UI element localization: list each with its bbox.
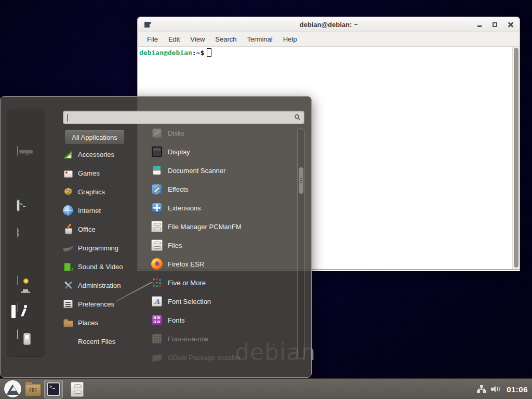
four-in-a-row-icon: [151, 333, 163, 344]
app-label: File Manager PCManFM: [168, 223, 242, 231]
category-programming[interactable]: Programming: [63, 238, 141, 257]
volume-icon[interactable]: [491, 385, 501, 393]
shutdown-button[interactable]: [17, 330, 35, 348]
terminal-titlebar[interactable]: debian@debian: ~: [137, 17, 520, 32]
category-games[interactable]: Games: [63, 164, 141, 182]
software-icon: [17, 146, 18, 156]
favorite-terminal[interactable]: [17, 201, 35, 219]
prompt-user-host: debian@debian: [139, 49, 192, 57]
favorite-firefox[interactable]: [17, 119, 35, 137]
app-label: Fonts: [168, 316, 185, 324]
clock[interactable]: 01:06: [507, 385, 528, 394]
app-label: Files: [168, 242, 182, 249]
network-icon[interactable]: [477, 385, 486, 394]
shutdown-icon: [17, 329, 18, 339]
category-label: Internet: [78, 207, 101, 215]
menu-search[interactable]: Search: [210, 33, 242, 45]
app-label: Disks: [168, 129, 184, 137]
app-label: Five or More: [168, 279, 206, 287]
five-or-more-icon: [151, 277, 163, 288]
category-internet[interactable]: Internet: [63, 201, 141, 220]
category-recent-files[interactable]: Recent Files: [63, 332, 141, 351]
firefox-icon: [151, 258, 163, 270]
search-input[interactable]: [63, 111, 304, 124]
category-label: Recent Files: [78, 338, 115, 345]
app-label: Display: [168, 148, 190, 156]
app-list-scrollbar-thumb[interactable]: [299, 167, 303, 194]
menu-terminal[interactable]: Terminal: [242, 33, 278, 45]
app-row-gdebi[interactable]: GDebi Package Installer: [151, 348, 291, 367]
file-cabinet-icon: [151, 221, 163, 232]
category-label: Preferences: [78, 300, 114, 308]
scrollbar-grip: [300, 178, 302, 179]
file-cabinet-icon: [17, 228, 18, 237]
app-row-pcmanfm[interactable]: File Manager PCManFM: [151, 217, 291, 236]
application-menu: All Applications Accessories Games Graph…: [0, 96, 312, 378]
category-places[interactable]: Places: [63, 313, 141, 332]
terminal-scrollbar-thumb[interactable]: [514, 48, 518, 268]
category-sound-video[interactable]: Sound & Video: [63, 257, 141, 276]
category-label: Sound & Video: [78, 263, 123, 271]
category-preferences[interactable]: Preferences: [63, 295, 141, 313]
favorite-pidgin[interactable]: [17, 174, 35, 192]
app-list-scrollbar-track[interactable]: [297, 128, 305, 359]
display-icon: [151, 146, 163, 157]
terminal-window-icon: [144, 22, 150, 28]
menu-launcher-button[interactable]: [4, 380, 21, 397]
app-row-files[interactable]: Files: [151, 236, 291, 255]
app-row-display[interactable]: Display: [151, 142, 291, 161]
terminal-task-button[interactable]: [44, 380, 63, 398]
fonts-icon: [151, 314, 163, 326]
file-manager-folder-button[interactable]: [25, 384, 41, 396]
menu-file[interactable]: File: [142, 33, 163, 45]
favorite-software[interactable]: [17, 147, 35, 164]
disks-icon: [151, 127, 163, 139]
category-list: Accessories Games Graphics Internet Offi…: [63, 145, 141, 351]
application-list: Disks Display Document Scanner Effects E…: [151, 124, 291, 367]
category-graphics[interactable]: Graphics: [63, 182, 141, 201]
app-row-fonts[interactable]: Fonts: [151, 311, 291, 329]
shell-prompt: debian@debian:~$: [139, 48, 211, 57]
lock-screen-icon: [17, 275, 18, 285]
logout-button[interactable]: [17, 303, 35, 321]
category-accessories[interactable]: Accessories: [63, 145, 141, 164]
terminal-scrollbar-track[interactable]: [512, 47, 520, 269]
maximize-button[interactable]: [493, 22, 497, 27]
favorite-file-manager[interactable]: [17, 228, 35, 246]
app-row-extensions[interactable]: Extensions: [151, 198, 291, 217]
app-row-firefox-esr[interactable]: Firefox ESR: [151, 255, 291, 273]
menu-help[interactable]: Help: [278, 33, 302, 45]
category-label: Programming: [78, 244, 118, 252]
category-label: Games: [78, 169, 100, 177]
menu-view[interactable]: View: [185, 33, 210, 45]
lock-screen-button[interactable]: [17, 276, 35, 294]
search-box: [63, 111, 304, 124]
terminal-icon: [17, 200, 19, 211]
minimize-button[interactable]: [477, 25, 482, 27]
app-row-effects[interactable]: Effects: [151, 180, 291, 198]
file-cabinet-button[interactable]: [71, 382, 84, 397]
programming-icon: [63, 243, 73, 253]
app-row-disks[interactable]: Disks: [151, 124, 291, 142]
graphics-icon: [63, 187, 73, 197]
monitor-base: [21, 291, 30, 293]
places-icon: [63, 317, 73, 328]
close-button[interactable]: [508, 22, 513, 27]
prompt-path: :~$: [192, 49, 204, 57]
menu-edit[interactable]: Edit: [163, 33, 185, 45]
favorites-panel: [7, 109, 45, 357]
app-row-five-or-more[interactable]: Five or More: [151, 273, 291, 292]
app-label: Document Scanner: [168, 167, 225, 175]
app-row-font-selection[interactable]: Font Selection: [151, 292, 291, 311]
app-label: Effects: [168, 185, 189, 193]
font-selection-icon: [151, 296, 163, 307]
app-label: Firefox ESR: [168, 260, 204, 268]
app-row-four-in-a-row[interactable]: Four-in-a-row: [151, 329, 291, 348]
all-applications-button[interactable]: All Applications: [64, 130, 125, 144]
category-administration[interactable]: Administration: [63, 276, 141, 295]
category-office[interactable]: Office: [63, 220, 141, 238]
app-label: Extensions: [168, 204, 201, 212]
app-label: Font Selection: [168, 298, 211, 305]
app-row-document-scanner[interactable]: Document Scanner: [151, 161, 291, 180]
extensions-icon: [151, 202, 163, 214]
